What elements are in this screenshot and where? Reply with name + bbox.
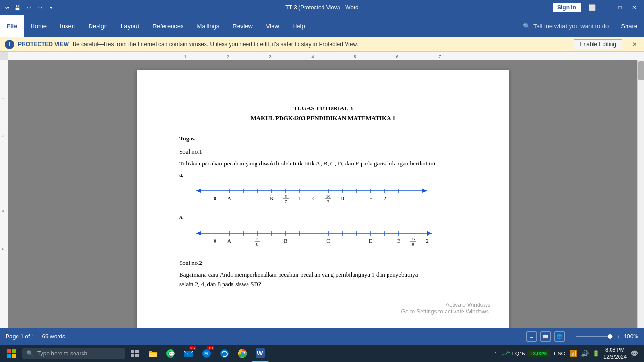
whatsapp-btn[interactable]: 💬 [162, 345, 179, 362]
zoom-plus[interactable]: + [617, 334, 620, 339]
document-page: TUGAS TUTORIAL 3 MAKUL PDGK4203 PENDIDIK… [137, 70, 509, 328]
language-indicator[interactable]: ENG [554, 351, 565, 356]
save-quick-btn[interactable]: 💾 [12, 2, 23, 13]
maximize-btn[interactable]: □ [614, 3, 626, 12]
svg-rect-2 [8, 52, 644, 60]
volume-icon[interactable]: 🔊 [581, 350, 589, 357]
soal1-text: Tuliskan pecahan-pecahan yang diwakili o… [179, 159, 467, 168]
svg-text:D: D [369, 238, 372, 244]
tab-help[interactable]: Help [286, 15, 312, 37]
svg-rect-85 [135, 350, 139, 353]
svg-rect-83 [12, 354, 16, 358]
sign-in-button[interactable]: Sign in [553, 3, 581, 12]
svg-text:5: 5 [285, 194, 287, 199]
number-line-1: 0 A B 5 7 1 C 10 7 D E 2 [187, 182, 467, 206]
svg-text:C: C [326, 238, 330, 244]
svg-text:2: 2 [226, 54, 229, 59]
undo-quick-btn[interactable]: ↩ [24, 2, 34, 13]
svg-rect-87 [135, 354, 139, 357]
edge-btn[interactable] [216, 345, 233, 362]
messaging-btn[interactable]: M 79 [198, 345, 215, 362]
number-line-2-svg: 0 A 2 8 B C D E 15 8 2 [187, 225, 441, 251]
main-area: 1 2 3 4 5 TUGAS TUTORIAL 3 MAKUL PDGK420… [0, 60, 644, 328]
tab-view[interactable]: View [259, 15, 286, 37]
svg-text:2: 2 [256, 237, 259, 241]
minimize-btn[interactable]: ─ [600, 3, 612, 12]
svg-text:0: 0 [214, 196, 216, 201]
read-mode-btn[interactable]: 📖 [540, 331, 551, 342]
taskbar-right: ⌃ LQ45 +3,02% ENG 📶 🔊 🔋 8:08 PM 12/3/202… [494, 346, 642, 361]
svg-text:1: 1 [184, 54, 186, 59]
web-layout-btn[interactable]: 🌐 [554, 331, 565, 342]
word-count: 69 words [42, 333, 65, 340]
svg-text:4: 4 [311, 54, 314, 59]
redo-quick-btn[interactable]: ↪ [35, 2, 45, 13]
svg-text:W: W [257, 350, 263, 357]
activate-line1: Activate Windows [401, 302, 490, 308]
status-right: ≡ 📖 🌐 − + 100% [526, 331, 638, 342]
chrome-btn[interactable] [234, 345, 251, 362]
battery-icon[interactable]: 🔋 [593, 350, 600, 357]
line2-label: a. [179, 214, 467, 221]
ruler: // Just draw ticks in SVG statically for… [0, 52, 644, 60]
customize-quick-btn[interactable]: ▾ [46, 2, 57, 13]
tab-design[interactable]: Design [82, 15, 114, 37]
taskbar-search-placeholder: Type here to search [37, 350, 87, 357]
svg-text:D: D [340, 196, 344, 201]
ribbon-toggle-btn[interactable]: ⬜ [586, 3, 598, 12]
svg-text:1: 1 [298, 196, 301, 201]
tab-insert[interactable]: Insert [53, 15, 82, 37]
document-area[interactable]: TUGAS TUTORIAL 3 MAKUL PDGK4203 PENDIDIK… [8, 60, 637, 328]
svg-text:W: W [5, 6, 9, 10]
svg-rect-84 [131, 350, 134, 353]
enable-editing-button[interactable]: Enable Editing [574, 39, 622, 49]
svg-text:15: 15 [411, 237, 416, 241]
tab-mailings[interactable]: Mailings [190, 15, 226, 37]
tab-references[interactable]: References [146, 15, 190, 37]
share-button[interactable]: Share [614, 15, 644, 37]
close-btn[interactable]: ✕ [628, 3, 640, 12]
file-explorer-btn[interactable] [144, 345, 161, 362]
tab-layout[interactable]: Layout [114, 15, 146, 37]
ribbon-search-text: Tell me what you want to do [533, 23, 609, 30]
taskbar-search[interactable]: 🔍 Type here to search [22, 348, 125, 359]
tab-home[interactable]: Home [24, 15, 53, 37]
tab-file[interactable]: File [0, 15, 24, 37]
system-time[interactable]: 8:08 PM 12/3/2024 [603, 346, 627, 361]
print-layout-btn[interactable]: ≡ [526, 331, 537, 342]
svg-text:4: 4 [1, 210, 5, 212]
svg-rect-82 [7, 354, 11, 358]
svg-rect-10 [0, 60, 8, 328]
svg-text:2: 2 [383, 196, 386, 201]
start-button[interactable] [2, 345, 21, 362]
network-icon[interactable]: 📶 [569, 350, 577, 357]
svg-text:💬: 💬 [168, 350, 175, 357]
svg-text:6: 6 [396, 54, 398, 59]
tab-review[interactable]: Review [226, 15, 259, 37]
svg-rect-80 [7, 349, 11, 353]
activate-watermark: Activate Windows Go to Settings to activ… [401, 302, 490, 315]
tray-arrow[interactable]: ⌃ [494, 351, 497, 356]
svg-text:B: B [270, 196, 273, 201]
svg-text:E: E [397, 238, 401, 244]
taskbar-search-icon: 🔍 [26, 350, 33, 357]
title-line2: MAKUL PDGK4203 PENDIDIKAN MATEMATIKA 1 [179, 114, 467, 123]
soal2-text: Bagaimana cara Anda memperkenalkan pecah… [179, 270, 467, 288]
title-bar: W 💾 ↩ ↪ ▾ TT 3 (Protected View) - Word S… [0, 0, 644, 15]
taskview-btn[interactable] [126, 345, 143, 362]
svg-text:2: 2 [1, 134, 5, 137]
protected-close-btn[interactable]: ✕ [630, 40, 639, 49]
email-btn[interactable]: 26 [180, 345, 197, 362]
svg-text:2: 2 [426, 238, 429, 244]
stock-name: LQ45 [512, 351, 525, 356]
vertical-scrollbar[interactable] [637, 60, 644, 328]
svg-text:3: 3 [269, 54, 271, 59]
zoom-slider[interactable] [576, 336, 613, 337]
time-display: 8:08 PM [603, 346, 627, 354]
word-taskbar-btn[interactable]: W [252, 345, 269, 362]
section-tugas: Tugas [179, 135, 467, 142]
soal2-label: Soal no.2 [179, 258, 467, 268]
notification-btn[interactable]: 💬 [630, 350, 638, 357]
ribbon-search[interactable]: 🔍 Tell me what you want to do [517, 15, 614, 37]
zoom-minus[interactable]: − [569, 334, 571, 339]
